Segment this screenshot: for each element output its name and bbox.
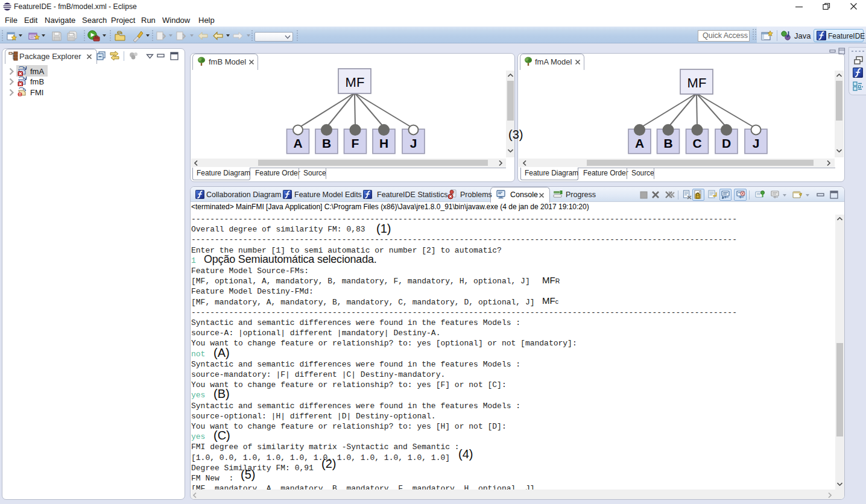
svg-text:J: J: [410, 136, 417, 150]
svg-text:D: D: [722, 136, 731, 150]
svg-text:A: A: [293, 136, 302, 150]
svg-text:MF: MF: [687, 75, 707, 90]
svg-text:MF: MF: [346, 75, 365, 90]
svg-text:C: C: [692, 136, 701, 150]
svg-text:B: B: [663, 136, 672, 150]
svg-text:J: J: [753, 136, 760, 150]
svg-text:F: F: [352, 136, 359, 150]
svg-text:B: B: [322, 136, 331, 150]
svg-text:A: A: [635, 136, 644, 150]
svg-text:H: H: [379, 136, 388, 150]
